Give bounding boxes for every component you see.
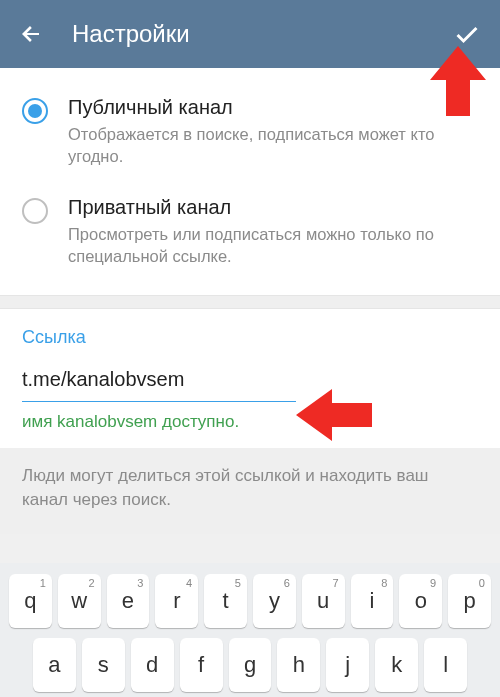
key-hint: 2 [88,577,94,589]
public-channel-title: Публичный канал [68,96,478,119]
app-header: Настройки [0,0,500,68]
key-l[interactable]: l [424,638,467,692]
radio-public-channel[interactable]: Публичный канал Отображается в поиске, п… [22,86,478,186]
key-f[interactable]: f [180,638,223,692]
key-hint: 0 [479,577,485,589]
link-label: Ссылка [22,327,478,348]
key-j[interactable]: j [326,638,369,692]
key-q[interactable]: q1 [9,574,52,628]
private-channel-desc: Просмотреть или подписаться можно только… [68,223,478,268]
back-arrow-icon [19,22,43,46]
keyboard-row-1: q1w2e3r4t5y6u7i8o9p0 [4,569,496,633]
channel-type-group: Публичный канал Отображается в поиске, п… [0,68,500,295]
key-k[interactable]: k [375,638,418,692]
check-icon [453,20,481,48]
key-y[interactable]: y6 [253,574,296,628]
key-u[interactable]: u7 [302,574,345,628]
key-e[interactable]: e3 [107,574,150,628]
key-r[interactable]: r4 [155,574,198,628]
radio-text-block: Приватный канал Просмотреть или подписат… [68,196,478,268]
key-h[interactable]: h [277,638,320,692]
key-g[interactable]: g [229,638,272,692]
key-hint: 7 [332,577,338,589]
public-channel-desc: Отображается в поиске, подписаться может… [68,123,478,168]
key-s[interactable]: s [82,638,125,692]
content-area: Публичный канал Отображается в поиске, п… [0,68,500,295]
page-title: Настройки [72,20,452,48]
radio-indicator-unselected [22,198,48,224]
key-w[interactable]: w2 [58,574,101,628]
private-channel-title: Приватный канал [68,196,478,219]
key-hint: 8 [381,577,387,589]
key-hint: 4 [186,577,192,589]
link-hint: Люди могут делиться этой ссылкой и наход… [0,448,500,534]
back-button[interactable] [18,21,44,47]
key-hint: 9 [430,577,436,589]
radio-dot-icon [28,104,42,118]
key-hint: 6 [284,577,290,589]
key-i[interactable]: i8 [351,574,394,628]
link-section: Ссылка имя kanalobvsem доступно. [0,309,500,448]
key-o[interactable]: o9 [399,574,442,628]
key-a[interactable]: a [33,638,76,692]
key-hint: 3 [137,577,143,589]
confirm-button[interactable] [452,19,482,49]
radio-text-block: Публичный канал Отображается в поиске, п… [68,96,478,168]
radio-indicator-selected [22,98,48,124]
key-p[interactable]: p0 [448,574,491,628]
section-divider [0,295,500,309]
channel-link-input[interactable] [22,362,296,402]
soft-keyboard: q1w2e3r4t5y6u7i8o9p0 asdfghjkl [0,563,500,697]
availability-status: имя kanalobvsem доступно. [22,412,478,432]
keyboard-row-2: asdfghjkl [4,633,496,697]
key-d[interactable]: d [131,638,174,692]
radio-private-channel[interactable]: Приватный канал Просмотреть или подписат… [22,186,478,286]
key-hint: 5 [235,577,241,589]
key-hint: 1 [40,577,46,589]
key-t[interactable]: t5 [204,574,247,628]
